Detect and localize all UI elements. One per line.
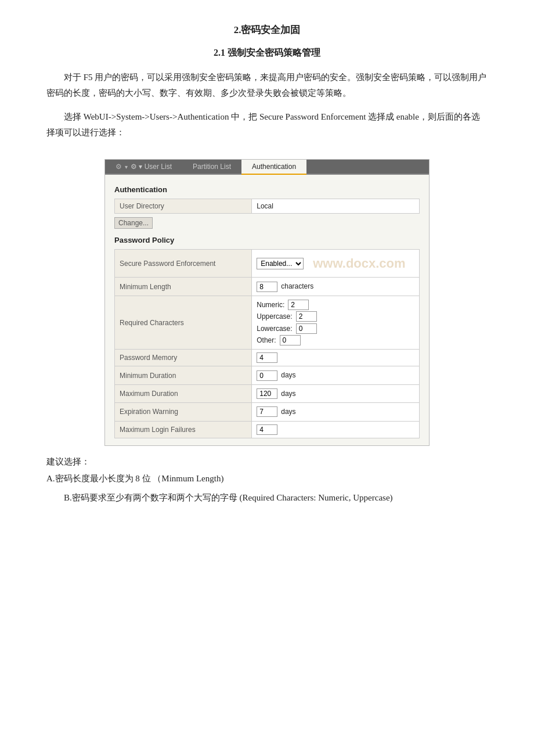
secure-password-row: Secure Password Enforcement Enabled... D…	[115, 250, 420, 278]
minimum-duration-label: Minimum Duration	[115, 366, 252, 384]
max-login-failures-label: Maximum Login Failures	[115, 421, 252, 438]
maximum-duration-suffix: days	[281, 388, 295, 399]
main-title: 2.密码安全加固	[46, 23, 488, 37]
paragraph-1: 对于 F5 用户的密码，可以采用强制安全密码策略，来提高用户密码的安全。强制安全…	[46, 70, 488, 101]
other-label: Other:	[257, 334, 276, 346]
numeric-label: Numeric:	[257, 299, 284, 311]
maximum-duration-value[interactable]: days	[252, 384, 420, 402]
secure-password-label: Secure Password Enforcement	[115, 250, 252, 278]
item-a: A.密码长度最小长度为 8 位 （Minmum Length)	[46, 473, 488, 484]
watermark-overlay: www.docx.com	[313, 253, 405, 274]
minimum-duration-value[interactable]: days	[252, 366, 420, 384]
password-policy-table: Secure Password Enforcement Enabled... D…	[114, 249, 420, 438]
tab-user-list[interactable]: ⚙ ▾ ⚙ ▾ User List	[105, 160, 182, 174]
password-memory-row: Password Memory	[115, 350, 420, 366]
required-chars-label: Required Characters	[115, 296, 252, 350]
maximum-duration-row: Maximum Duration days	[115, 384, 420, 402]
recommend-title: 建议选择：	[46, 456, 488, 467]
minimum-duration-row: Minimum Duration days	[115, 366, 420, 384]
user-directory-label: User Directory	[115, 199, 252, 214]
required-chars-row: Required Characters Numeric: Uppercase: …	[115, 296, 420, 350]
change-button[interactable]: Change...	[114, 217, 153, 229]
maximum-duration-input[interactable]	[257, 388, 277, 399]
minimum-length-input[interactable]	[257, 282, 277, 292]
minimum-length-suffix: characters	[281, 280, 313, 292]
minimum-length-row: Minimum Length characters	[115, 278, 420, 296]
minimum-duration-input[interactable]	[257, 370, 277, 381]
password-policy-header: Password Policy	[114, 236, 420, 244]
numeric-input[interactable]	[288, 300, 309, 310]
tab-partition-list[interactable]: Partition List	[182, 160, 241, 174]
max-login-failures-input[interactable]	[257, 424, 277, 435]
password-memory-label: Password Memory	[115, 350, 252, 366]
tab-partition-list-label: Partition List	[193, 163, 231, 171]
maximum-duration-label: Maximum Duration	[115, 384, 252, 402]
minimum-length-value[interactable]: characters	[252, 278, 420, 296]
lowercase-input[interactable]	[296, 323, 317, 334]
password-memory-value[interactable]	[252, 350, 420, 366]
uppercase-label: Uppercase:	[257, 311, 292, 322]
section-title: 2.1 强制安全密码策略管理	[46, 47, 488, 59]
expiration-warning-input[interactable]	[257, 406, 277, 417]
auth-section-header: Authentication	[114, 185, 420, 194]
tab-user-list-label: ⚙ ▾ User List	[131, 163, 172, 171]
expiration-warning-label: Expiration Warning	[115, 403, 252, 421]
user-directory-value: Local	[252, 199, 420, 214]
auth-table: User Directory Local	[114, 199, 420, 214]
paragraph-2: 选择 WebUI->System->Users->Authentication …	[46, 109, 488, 141]
secure-password-value[interactable]: Enabled... Disabled www.docx.com	[252, 250, 420, 278]
uppercase-input[interactable]	[296, 311, 317, 322]
max-login-failures-value[interactable]	[252, 421, 420, 438]
password-memory-input[interactable]	[257, 352, 277, 363]
tab-bar: ⚙ ▾ ⚙ ▾ User List Partition List Authent…	[105, 160, 429, 175]
secure-password-select[interactable]: Enabled... Disabled	[257, 258, 304, 269]
max-login-failures-row: Maximum Login Failures	[115, 421, 420, 438]
tab-authentication[interactable]: Authentication	[241, 160, 306, 175]
item-b: B.密码要求至少有两个数字和两个大写的字母 (Required Characte…	[46, 490, 488, 506]
webui-panel: ⚙ ▾ ⚙ ▾ User List Partition List Authent…	[104, 159, 430, 446]
required-chars-value: Numeric: Uppercase: Lowercase: Othe	[252, 296, 420, 350]
gear-icon: ⚙	[116, 163, 122, 171]
expiration-warning-value[interactable]: days	[252, 403, 420, 421]
user-directory-row: User Directory Local	[115, 199, 420, 214]
expiration-warning-row: Expiration Warning days	[115, 403, 420, 421]
lowercase-label: Lowercase:	[257, 323, 292, 334]
webui-screenshot: ⚙ ▾ ⚙ ▾ User List Partition List Authent…	[46, 149, 488, 456]
minimum-duration-suffix: days	[281, 369, 295, 381]
webui-body: Authentication User Directory Local Chan…	[105, 175, 429, 445]
other-input[interactable]	[280, 335, 301, 345]
dropdown-icon: ▾	[125, 164, 128, 170]
expiration-warning-suffix: days	[281, 406, 295, 417]
tab-authentication-label: Authentication	[252, 163, 296, 171]
minimum-length-label: Minimum Length	[115, 278, 252, 296]
